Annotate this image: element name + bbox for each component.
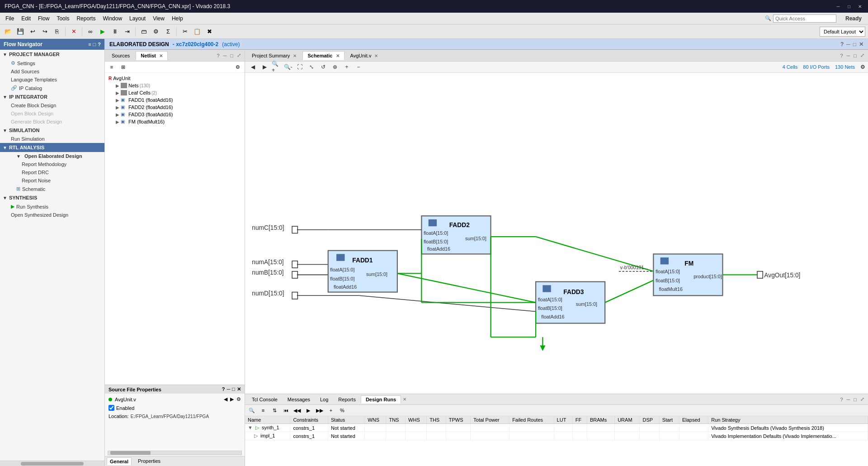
tree-fm[interactable]: ▶ ▣ FM (floatMult16) <box>107 118 243 125</box>
menu-flow[interactable]: Flow <box>34 14 53 23</box>
project-manager-header[interactable]: ▼ PROJECT MANAGER <box>0 50 104 59</box>
sch-fit[interactable]: ⛶ <box>295 62 305 71</box>
nav-add-sources[interactable]: Add Sources <box>0 67 104 76</box>
ip-integrator-header[interactable]: ▼ IP INTEGRATOR <box>0 92 104 101</box>
props-settings[interactable]: ⚙ <box>236 396 241 402</box>
nav-report-drc[interactable]: Report DRC <box>0 168 104 176</box>
bottom-expand[interactable]: ⤢ <box>859 395 866 403</box>
elab-minimize[interactable]: ─ <box>846 41 850 48</box>
nets-info[interactable]: 130 Nets <box>835 64 855 70</box>
toolbar-cut[interactable]: ✂ <box>179 26 190 37</box>
tab-help[interactable]: ? <box>215 52 221 59</box>
close-button[interactable]: ✕ <box>856 3 863 10</box>
nav-run-synthesis[interactable]: ▶ Run Synthesis <box>0 202 104 211</box>
nav-language-templates[interactable]: Language Templates <box>0 76 104 84</box>
netlist-close[interactable]: ✕ <box>159 53 163 58</box>
rtl-analysis-header[interactable]: ▼ RTL ANALYSIS <box>0 143 104 152</box>
props-max[interactable]: □ <box>232 386 235 392</box>
menu-view[interactable]: View <box>149 14 168 23</box>
tab-max[interactable]: □ <box>228 52 235 59</box>
nav-schematic[interactable]: ⊞ Schematic <box>0 185 104 193</box>
toolbar-settings1[interactable]: 🗃 <box>138 26 149 37</box>
props-tab-general[interactable]: General <box>107 457 132 465</box>
nav-report-methodology[interactable]: Report Methodology <box>0 160 104 168</box>
menu-reports[interactable]: Reports <box>73 14 99 23</box>
props-close[interactable]: ✕ <box>237 386 241 392</box>
sch-refresh[interactable]: ↺ <box>318 62 328 71</box>
bottom-max[interactable]: □ <box>852 396 859 403</box>
quick-access-input[interactable] <box>773 14 836 23</box>
toolbar-settings2[interactable]: ⚙ <box>151 26 161 37</box>
run-name-synth[interactable]: ▼ ▷ synth_1 <box>245 424 290 432</box>
elab-close[interactable]: ✕ <box>859 41 863 48</box>
props-scrollbar[interactable] <box>108 451 242 455</box>
nav-open-elaborated[interactable]: ▼ Open Elaborated Design <box>0 152 104 160</box>
sch-zoom-out[interactable]: 🔍- <box>283 62 293 71</box>
runs-btn1[interactable]: ≡ <box>258 406 268 415</box>
nav-report-noise[interactable]: Report Noise <box>0 176 104 185</box>
bottom-min[interactable]: ─ <box>845 396 852 403</box>
tab-messages[interactable]: Messages <box>283 395 315 404</box>
tab-expand[interactable]: ⤢ <box>235 52 243 59</box>
elab-maximize[interactable]: □ <box>853 41 856 48</box>
synth-row-arrow[interactable]: ▼ <box>248 425 253 430</box>
toolbar-redo[interactable]: ↪ <box>39 26 50 37</box>
tab-reports[interactable]: Reports <box>333 395 361 404</box>
tab-log[interactable]: Log <box>315 395 333 404</box>
runs-first[interactable]: ⏮ <box>281 406 291 415</box>
tab-schematic[interactable]: Schematic ✕ <box>302 51 344 60</box>
schematic-canvas[interactable]: numC[15:0] numA[15:0] numB[15:0] numD[15… <box>245 73 868 394</box>
ps-close[interactable]: ✕ <box>293 53 297 58</box>
sch-expand[interactable]: ⤢ <box>859 52 866 59</box>
toolbar-run[interactable]: ▶ <box>97 26 108 37</box>
sources-settings[interactable]: ⚙ <box>233 62 243 71</box>
runs-add[interactable]: + <box>326 406 336 415</box>
toolbar-step[interactable]: ⏸ <box>109 26 120 37</box>
props-min[interactable]: ─ <box>227 386 231 392</box>
cells-info[interactable]: 4 Cells <box>783 64 798 70</box>
tree-fadd2[interactable]: ▶ ▣ FADD2 (floatAdd16) <box>107 104 243 111</box>
layout-dropdown[interactable]: Default Layout <box>820 27 865 37</box>
tree-root[interactable]: R AvgUnit <box>107 75 243 82</box>
toolbar-sum[interactable]: Σ <box>163 26 174 37</box>
sch-max[interactable]: □ <box>852 52 859 59</box>
toolbar-remove[interactable]: ✖ <box>204 26 215 37</box>
impl-row-arrow[interactable]: ▷ <box>254 433 258 438</box>
sch-minus[interactable]: − <box>354 62 363 71</box>
toolbar-delete[interactable]: ✕ <box>68 26 79 37</box>
props-forward[interactable]: ▶ <box>230 396 234 402</box>
props-tab-properties[interactable]: Properties <box>135 457 163 465</box>
toolbar-copy[interactable]: ⎘ <box>52 26 62 37</box>
tab-netlist[interactable]: Netlist ✕ <box>136 51 168 60</box>
tab-tcl-console[interactable]: Tcl Console <box>247 395 283 404</box>
toolbar-paste[interactable]: 📋 <box>192 26 203 37</box>
tab-project-summary[interactable]: Project Summary ✕ <box>247 51 302 60</box>
nav-create-block-design[interactable]: Create Block Design <box>0 101 104 109</box>
toolbar-step2[interactable]: ⇥ <box>122 26 132 37</box>
sources-btn1[interactable]: ≡ <box>107 62 117 71</box>
bottom-help[interactable]: ? <box>838 396 844 403</box>
nav-ip-catalog[interactable]: 🔗 IP Catalog <box>0 84 104 92</box>
menu-help[interactable]: Help <box>168 14 187 23</box>
menu-window[interactable]: Window <box>99 14 126 23</box>
toolbar-open[interactable]: 📂 <box>3 26 14 37</box>
tab-avgunit-v[interactable]: AvgUnit.v ✕ <box>345 51 383 60</box>
props-back[interactable]: ◀ <box>224 396 227 402</box>
enabled-checkbox[interactable] <box>108 405 114 411</box>
props-help[interactable]: ? <box>222 386 225 392</box>
nav-settings[interactable]: ⚙ Settings <box>0 59 104 67</box>
tab-sources[interactable]: Sources <box>107 51 135 60</box>
sources-btn2[interactable]: ⊞ <box>118 62 128 71</box>
flow-nav-icon3[interactable]: ? <box>98 42 101 47</box>
sch-forward[interactable]: ▶ <box>259 62 269 71</box>
elab-help[interactable]: ? <box>840 41 844 48</box>
synthesis-header[interactable]: ▼ SYNTHESIS <box>0 193 104 202</box>
sch-fullscreen[interactable]: ⤡ <box>307 62 316 71</box>
sch-back[interactable]: ◀ <box>248 62 258 71</box>
minimize-button[interactable]: ─ <box>835 3 842 10</box>
tree-leaf-cells[interactable]: ▶ Leaf Cells (2) <box>107 89 243 96</box>
menu-file[interactable]: File <box>2 14 18 23</box>
menu-edit[interactable]: Edit <box>18 14 34 23</box>
nav-open-synthesized[interactable]: Open Synthesized Design <box>0 211 104 219</box>
nav-run-simulation[interactable]: Run Simulation <box>0 135 104 143</box>
